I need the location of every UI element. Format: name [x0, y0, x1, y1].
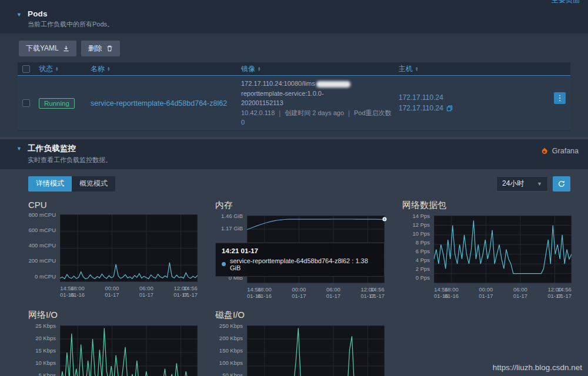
chart-network-io: 网络I/O 25 Kbps20 Kbps15 Kbps10 Kbps5 Kbps… — [28, 310, 198, 376]
row-status-cell: Running — [39, 98, 91, 109]
mode-overview-button[interactable]: 概览模式 — [72, 176, 115, 192]
time-range-select[interactable]: 24小时 ▼ — [496, 176, 548, 192]
x-tick-label: 18:0001-16 — [258, 286, 272, 300]
collapse-triangle-icon[interactable]: ▼ — [16, 12, 22, 18]
row-checkbox-cell — [22, 99, 39, 107]
pods-header-text: Pods 当前工作负载中的所有Pods。 — [28, 9, 113, 29]
column-status[interactable]: 状态 ▲▼ — [39, 64, 91, 74]
y-axis-labels: 14 Pps12 Pps10 Pps8 Pps6 Pps4 Pps2 Pps0 … — [402, 213, 434, 281]
pod-meta-line: 10.42.0.118 ｜ 创建时间 2 days ago ｜ Pod重启次数 … — [241, 108, 393, 127]
host-node-link[interactable]: 172.17.110.24 — [399, 92, 453, 103]
delete-label: 删除 — [88, 43, 102, 53]
chart-memory: 内存 1.46 GiB1.17 GiB300 MiB0 MiB 14:21 01… — [215, 200, 385, 301]
y-tick-label: 150 Kbps — [215, 348, 243, 354]
column-image[interactable]: 镜像 ▲▼ — [241, 64, 399, 74]
delete-button[interactable]: 删除 — [81, 41, 120, 56]
x-tick-label: 14:5601-17 — [183, 285, 198, 299]
grafana-badge[interactable]: Grafana — [540, 147, 579, 156]
x-tick-label: 06:0001-17 — [513, 286, 527, 300]
refresh-icon — [557, 180, 566, 188]
monitor-title: 工作负载监控 — [28, 143, 112, 154]
y-axis-labels: 800 mCPU600 mCPU400 mCPU200 mCPU0 mCPU — [28, 212, 60, 280]
chart-tooltip: 14:21 01-17 service-reporttemplate-64d58… — [215, 243, 385, 277]
table-row: Running service-reporttemplate-64d58bd76… — [18, 76, 570, 131]
host-ip-label: 172.17.110.24 — [399, 103, 443, 114]
pod-name-link[interactable]: service-reporttemplate-64d58bd764-z8l62 — [91, 99, 227, 108]
row-more-button[interactable]: ⋮ — [554, 92, 566, 104]
column-name-label: 名称 — [91, 64, 105, 74]
y-tick-label: 4 Pps — [402, 257, 430, 263]
mode-switch: 详情模式 概览模式 — [28, 176, 115, 192]
pods-title: Pods — [28, 9, 113, 18]
pods-table-header: 状态 ▲▼ 名称 ▲▼ 镜像 ▲▼ 主机 ▲▼ — [18, 62, 570, 76]
y-tick-label: 100 Kbps — [215, 360, 243, 366]
chart-disk-io-title: 磁盘I/O — [215, 310, 385, 321]
column-host[interactable]: 主机 ▲▼ — [399, 64, 566, 74]
y-tick-label: 8 Pps — [402, 240, 430, 246]
grafana-label: Grafana — [552, 147, 579, 155]
watermark: https://liuzh.blog.csdn.net — [493, 363, 582, 372]
pods-toolbar: 下载YAML 删除 — [19, 41, 570, 56]
x-tick-label: 18:0001-16 — [445, 286, 459, 300]
pods-subtitle: 当前工作负载中的所有Pods。 — [28, 20, 113, 29]
copy-icon[interactable] — [446, 105, 453, 112]
x-tick-label: 06:0001-17 — [139, 285, 153, 299]
column-name[interactable]: 名称 ▲▼ — [91, 64, 241, 74]
host-node-label: 172.17.110.24 — [399, 92, 443, 103]
x-tick-label: 18:0001-16 — [71, 285, 85, 299]
chart-disk-io-plot[interactable] — [247, 325, 385, 376]
image-suffix: reporttemplate-service:1.0.0- — [241, 90, 324, 97]
image-line-1: 172.17.110.24:10080/limsreporttemplate-s… — [241, 79, 393, 98]
row-checkbox[interactable] — [22, 99, 30, 107]
tooltip-series-text: service-reporttemplate-64d58bd764-z8l62 … — [230, 257, 378, 271]
monitor-controls: 详情模式 概览模式 24小时 ▼ — [18, 176, 570, 192]
x-tick-label: 14:5601-17 — [557, 286, 572, 300]
top-strip: 主要页面 — [0, 0, 588, 5]
column-image-label: 镜像 — [241, 64, 255, 74]
x-axis-labels: 14:5601-1618:0001-1600:0001-1706:0001-17… — [60, 285, 198, 300]
select-all-checkbox[interactable] — [22, 65, 30, 73]
y-tick-label: 20 Kbps — [28, 335, 56, 341]
y-tick-label: 800 mCPU — [28, 212, 56, 218]
sort-icon: ▲▼ — [415, 66, 418, 72]
grafana-icon — [540, 147, 549, 156]
chart-network-io-title: 网络I/O — [28, 310, 198, 321]
y-tick-label: 2 Pps — [402, 266, 430, 272]
x-tick-label: 14:5601-17 — [370, 286, 385, 300]
mode-detail-button[interactable]: 详情模式 — [28, 176, 72, 192]
time-controls: 24小时 ▼ — [496, 176, 570, 192]
y-tick-label: 10 Pps — [402, 231, 430, 237]
chart-cpu-plot[interactable] — [60, 214, 198, 282]
y-tick-label: 15 Kbps — [28, 348, 56, 354]
header-checkbox-cell — [22, 65, 39, 73]
chart-network-packets: 网络数据包 14 Pps12 Pps10 Pps8 Pps6 Pps4 Pps2… — [402, 200, 572, 301]
download-icon — [63, 45, 69, 52]
row-image-cell: 172.17.110.24:10080/limsreporttemplate-s… — [241, 79, 399, 127]
refresh-button[interactable] — [553, 176, 570, 192]
pods-panel-header: ▼ Pods 当前工作负载中的所有Pods。 — [0, 5, 588, 33]
image-prefix: 172.17.110.24:10080/lims — [241, 80, 315, 87]
monitor-subtitle: 实时查看工作负载监控数据。 — [28, 156, 112, 164]
series-end-dot — [383, 217, 387, 221]
y-tick-label: 12 Pps — [402, 222, 430, 228]
download-yaml-button[interactable]: 下载YAML — [19, 41, 76, 56]
pods-table: 状态 ▲▼ 名称 ▲▼ 镜像 ▲▼ 主机 ▲▼ — [18, 62, 570, 131]
collapse-triangle-icon[interactable]: ▼ — [16, 146, 22, 152]
pods-panel: ▼ Pods 当前工作负载中的所有Pods。 下载YAML 删除 — [0, 5, 588, 137]
chevron-down-icon: ▼ — [537, 181, 542, 187]
download-yaml-label: 下载YAML — [26, 43, 59, 53]
y-tick-label: 10 Kbps — [28, 360, 56, 366]
chart-network-io-plot[interactable] — [60, 325, 198, 376]
image-line-2: 202001152113 — [241, 98, 393, 108]
y-tick-label: 200 mCPU — [28, 258, 56, 264]
top-right-link-clipped[interactable]: 主要页面 — [552, 0, 580, 5]
sort-icon: ▲▼ — [258, 66, 260, 72]
row-name-cell: service-reporttemplate-64d58bd764-z8l62 — [91, 98, 241, 108]
x-tick-label: 00:0001-17 — [292, 286, 306, 300]
y-tick-label: 200 Kbps — [215, 335, 243, 341]
time-range-value: 24小时 — [502, 179, 524, 189]
x-axis-labels: 14:5601-1618:0001-1600:0001-1706:0001-17… — [434, 286, 572, 301]
column-host-label: 主机 — [399, 64, 413, 74]
host-ip-line: 172.17.110.24 — [399, 103, 453, 114]
chart-network-packets-plot[interactable] — [434, 216, 572, 283]
